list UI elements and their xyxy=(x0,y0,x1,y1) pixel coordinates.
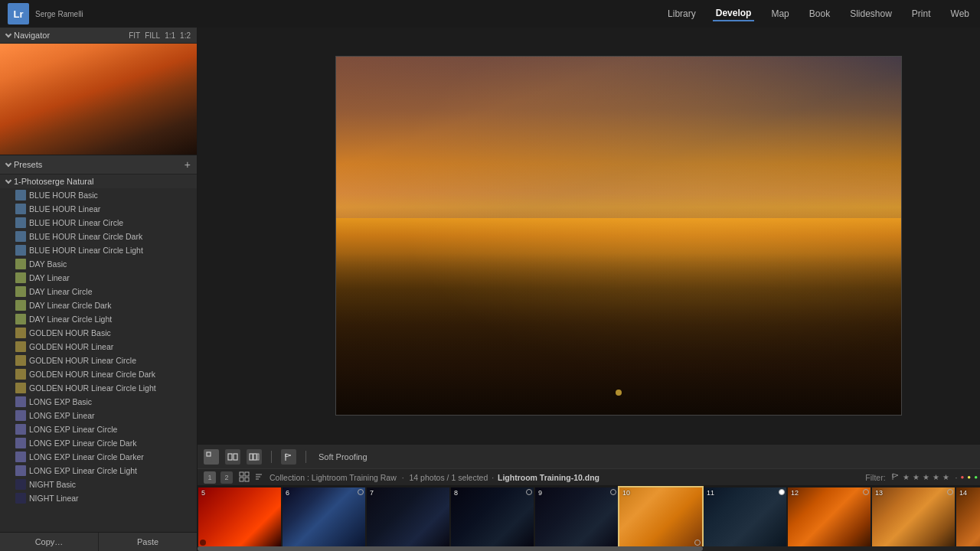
nav-1to2[interactable]: 1:2 xyxy=(180,31,191,40)
list-item[interactable]: GOLDEN HOUR Basic xyxy=(0,326,197,340)
list-item[interactable]: BLUE HOUR Linear Circle xyxy=(0,216,197,230)
thumb-number: 10 xyxy=(622,489,630,497)
nav-fit[interactable]: FIT xyxy=(129,31,140,40)
preset-dot xyxy=(15,438,26,448)
thumb-item-10[interactable]: 10 xyxy=(619,487,702,546)
filmstrip-filter: Filter: ★ ★ ★ ★ ★ · ● ● ● ● ● Filt xyxy=(865,473,980,482)
color-filter-red[interactable]: ● xyxy=(960,474,964,481)
nav-library[interactable]: Library xyxy=(665,7,699,21)
nav-book[interactable]: Book xyxy=(806,7,833,21)
svg-rect-7 xyxy=(253,454,256,460)
cloud-overlay xyxy=(336,57,901,218)
preset-dot xyxy=(15,465,26,476)
filmstrip-scrollbar-thumb[interactable] xyxy=(198,546,703,551)
thumb-item-9[interactable]: 9 xyxy=(535,487,618,546)
presets-header[interactable]: Presets + xyxy=(0,155,197,174)
thumb-number: 14 xyxy=(959,489,967,497)
nav-1to1[interactable]: 1:1 xyxy=(165,31,175,40)
filmstrip-header: 1 2 Collection : Lightroom Training Raw … xyxy=(198,469,980,486)
thumb-item-8[interactable]: 8 xyxy=(451,487,534,546)
thumb-item-6[interactable]: 6 xyxy=(283,487,365,546)
preset-group-header-1[interactable]: 1-Photoserge Natural xyxy=(0,174,197,188)
list-item[interactable]: LONG EXP Linear Circle Darker xyxy=(0,450,197,464)
survey-view-button[interactable] xyxy=(247,449,262,465)
list-item[interactable]: BLUE HOUR Linear Circle Light xyxy=(0,243,197,257)
collection-label: Collection : Lightroom Training Raw xyxy=(270,473,397,482)
main-view xyxy=(198,28,980,444)
star-4[interactable]: ★ xyxy=(933,473,939,481)
filmstrip-thumbs: 5 6 7 8 9 xyxy=(198,486,980,546)
presets-title: Presets xyxy=(14,160,42,169)
grid-icon[interactable] xyxy=(239,471,250,484)
list-item[interactable]: DAY Linear xyxy=(0,271,197,285)
thumb-image xyxy=(451,487,534,546)
filmstrip-tabs: 1 2 xyxy=(204,471,263,484)
preset-dot xyxy=(15,410,26,421)
list-item[interactable]: NIGHT Basic xyxy=(0,478,197,491)
svg-rect-1 xyxy=(212,452,216,456)
sort-icon[interactable] xyxy=(254,472,263,483)
thumb-item-11[interactable]: 11 xyxy=(704,487,786,546)
svg-rect-8 xyxy=(257,454,259,460)
nav-develop[interactable]: Develop xyxy=(713,6,755,21)
thumb-item-14[interactable]: 14 xyxy=(956,487,980,546)
nav-slideshow[interactable]: Slideshow xyxy=(847,7,895,21)
preset-dot xyxy=(15,452,26,462)
list-item[interactable]: GOLDEN HOUR Linear Circle xyxy=(0,354,197,367)
grid-view-button[interactable] xyxy=(204,449,219,465)
star-1[interactable]: ★ xyxy=(903,473,910,481)
list-item[interactable]: LONG EXP Linear Circle Light xyxy=(0,464,197,478)
filmstrip-info: Collection : Lightroom Training Raw · 14… xyxy=(270,473,859,482)
presets-add-icon[interactable]: + xyxy=(185,158,191,171)
star-2[interactable]: ★ xyxy=(913,473,920,481)
filmstrip-scrollbar[interactable] xyxy=(198,546,980,551)
thumb-number: 11 xyxy=(707,489,714,497)
thumb-item-13[interactable]: 13 xyxy=(872,487,955,546)
list-item[interactable]: LONG EXP Basic xyxy=(0,395,197,409)
list-item[interactable]: GOLDEN HOUR Linear xyxy=(0,340,197,354)
list-item[interactable]: DAY Linear Circle xyxy=(0,285,197,298)
tab-1[interactable]: 1 xyxy=(204,471,216,484)
list-item[interactable]: LONG EXP Linear Circle xyxy=(0,422,197,436)
nav-fill[interactable]: FILL xyxy=(145,31,160,40)
preset-dot xyxy=(15,493,26,504)
list-item[interactable]: NIGHT Linear xyxy=(0,491,197,505)
nav-web[interactable]: Web xyxy=(948,7,972,21)
list-item[interactable]: LONG EXP Linear Circle Dark xyxy=(0,436,197,450)
list-item[interactable]: GOLDEN HOUR Linear Circle Dark xyxy=(0,367,197,381)
compare-view-button[interactable] xyxy=(225,449,240,465)
thumb-item-12[interactable]: 12 xyxy=(788,487,871,546)
list-item[interactable]: LONG EXP Linear xyxy=(0,409,197,422)
paste-button[interactable]: Paste xyxy=(99,533,197,551)
thumb-item-7[interactable]: 7 xyxy=(367,487,449,546)
soft-proofing-label: Soft Proofing xyxy=(318,452,368,461)
tab-2[interactable]: 2 xyxy=(220,471,233,484)
list-item[interactable]: GOLDEN HOUR Linear Circle Light xyxy=(0,381,197,395)
list-item[interactable]: BLUE HOUR Linear xyxy=(0,202,197,216)
flag-button[interactable] xyxy=(281,449,296,465)
copy-button[interactable]: Copy… xyxy=(0,533,99,551)
list-item[interactable]: DAY Basic xyxy=(0,257,197,271)
star-5[interactable]: ★ xyxy=(942,473,949,481)
navigator-options: FIT FILL 1:1 1:2 xyxy=(129,31,191,40)
navigator-header[interactable]: Navigator FIT FILL 1:1 1:2 xyxy=(0,28,197,44)
star-3[interactable]: ★ xyxy=(923,473,929,481)
list-item[interactable]: DAY Linear Circle Light xyxy=(0,312,197,326)
thumb-item-5[interactable]: 5 xyxy=(198,487,281,546)
preset-dot xyxy=(15,355,26,366)
flag-filter[interactable] xyxy=(892,473,900,482)
nav-print[interactable]: Print xyxy=(909,7,934,21)
list-item[interactable]: BLUE HOUR Basic xyxy=(0,188,197,202)
list-item[interactable]: DAY Linear Circle Dark xyxy=(0,298,197,312)
thumb-image xyxy=(535,487,618,546)
preset-dot xyxy=(15,231,26,242)
topbar-left: Lr Serge Ramelli xyxy=(8,3,83,24)
color-filter-green[interactable]: ● xyxy=(974,474,978,481)
list-item[interactable]: BLUE HOUR Linear Circle Dark xyxy=(0,230,197,243)
nav-map[interactable]: Map xyxy=(768,7,792,21)
preset-dot xyxy=(15,190,26,201)
preset-dot xyxy=(15,328,26,338)
navigator-image xyxy=(0,44,197,155)
svg-rect-13 xyxy=(245,478,249,481)
color-filter-yellow[interactable]: ● xyxy=(967,474,971,481)
